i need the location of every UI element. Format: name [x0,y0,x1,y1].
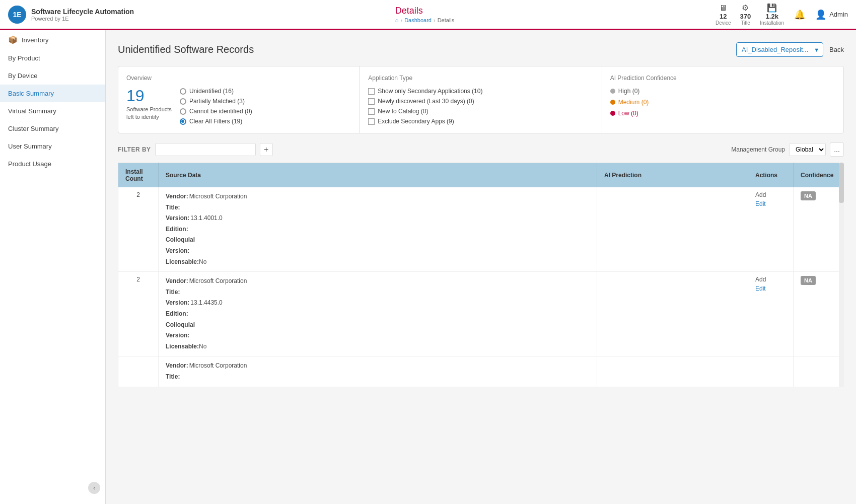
ai-prediction-1 [597,187,748,272]
header-left: 1E Software Lifecycle Automation Powered… [8,6,134,24]
table-row: 2 Vendor:Microsoft Corporation Title: Ve… [118,187,844,272]
actions-1: Add Edit [748,187,794,272]
install-icon: 💾 [767,3,777,13]
confidence-medium: Medium (0) [610,99,835,106]
th-actions: Actions [748,163,794,188]
confidence-high: High (0) [610,88,835,95]
checkbox-newly-discovered[interactable]: Newly discovered (Last 30 days) (0) [368,98,593,105]
scrollbar-track[interactable] [839,163,844,387]
sidebar-item-by-product[interactable]: By Product [0,49,105,67]
filter-partially-matched[interactable]: Partially Matched (3) [180,98,252,105]
th-install-count: Install Count [118,163,159,188]
sidebar-item-cluster-summary[interactable]: Cluster Summary [0,120,105,137]
ai-confidence-card: AI Prediction Confidence High (0) Medium… [602,66,843,133]
confidence-medium-label: Medium (0) [618,99,649,106]
filter-more-button[interactable]: ... [830,142,844,157]
checkbox-exclude-box [368,118,375,125]
checkbox-secondary-apps[interactable]: Show only Secondary Applications (10) [368,88,593,95]
layout: 📦 Inventory By Product By Device Basic S… [0,30,856,504]
checkbox-newly-box [368,98,375,105]
back-button[interactable]: Back [829,46,844,53]
overview-card-title: Overview [126,75,351,82]
app-title: Software Lifecycle Automation [31,8,134,16]
ai-prediction-3 [597,356,748,387]
stat-device-label: Device [716,20,731,26]
add-button-1[interactable]: Add [755,191,786,198]
app-title-block: Software Lifecycle Automation Powered by… [31,8,134,22]
filter-left: FILTER BY + [118,143,273,156]
sidebar-user-summary-label: User Summary [8,142,52,150]
stat-title-value: 370 [740,13,751,20]
filter-input[interactable] [155,143,256,156]
radio-circle-unidentified [180,88,186,95]
th-ai-prediction: AI Prediction [597,163,748,188]
filter-clear-all[interactable]: Clear All Filters (19) [180,118,252,125]
filter-unidentified[interactable]: Unidentified (16) [180,88,252,95]
page-section-title: Details [395,6,454,16]
sidebar-item-user-summary[interactable]: User Summary [0,137,105,155]
confidence-low: Low (0) [610,110,835,117]
dot-medium [610,100,615,105]
stat-device-value: 12 [720,13,727,20]
checkbox-catalog-box [368,108,375,115]
dot-high [610,89,615,94]
data-table: Install Count Source Data AI Prediction … [118,163,844,387]
mgmt-group-select[interactable]: Global [789,143,826,156]
sidebar-basic-summary-label: Basic Summary [8,90,54,97]
table-row: 2 Vendor:Microsoft Corporation Title: Ve… [118,272,844,356]
install-count-1: 2 [118,187,159,272]
confidence-1: NA [794,187,844,272]
install-count-3 [118,356,159,387]
edit-button-2[interactable]: Edit [755,285,786,292]
main-content: Unidentified Software Records AI_Disable… [106,30,856,504]
header-center: Details ⌂ › Dashboard › Details [395,6,454,23]
user-menu[interactable]: 👤 Admin [815,9,848,20]
add-button-2[interactable]: Add [755,276,786,283]
filter-cannot-identify[interactable]: Cannot be identified (0) [180,108,252,115]
breadcrumb-dashboard[interactable]: Dashboard [404,17,432,23]
sidebar-item-virtual-summary[interactable]: Virtual Summary [0,102,105,120]
scrollbar-thumb[interactable] [839,163,844,203]
th-confidence: Confidence [794,163,844,188]
actions-2: Add Edit [748,272,794,356]
filter-add-button[interactable]: + [260,143,273,156]
table-header-row: Install Count Source Data AI Prediction … [118,163,844,188]
monitor-icon: 🖥 [719,4,727,13]
breadcrumb-home-icon[interactable]: ⌂ [395,17,399,23]
gear-icon: ⚙ [742,3,749,13]
confidence-high-label: High (0) [618,88,640,95]
filter-right: Management Group Global ... [731,142,844,157]
radio-circle-partial [180,98,186,105]
ai-prediction-2 [597,272,748,356]
stat-installation: 💾 1.2k Installation [760,3,784,26]
th-source-data: Source Data [159,163,597,188]
scope-dropdown[interactable]: AI_Disabled_Reposit... [736,42,823,57]
overview-filter-list: Unidentified (16) Partially Matched (3) … [180,88,252,125]
confidence-low-label: Low (0) [618,110,638,117]
sidebar-collapse-button[interactable]: ‹ [88,482,100,494]
checkbox-exclude-secondary[interactable]: Exclude Secondary Apps (9) [368,118,593,125]
sidebar-item-basic-summary[interactable]: Basic Summary [0,85,105,102]
notification-bell-icon[interactable]: 🔔 [794,9,805,20]
source-data-1: Vendor:Microsoft Corporation Title: Vers… [159,187,597,272]
source-data-2: Vendor:Microsoft Corporation Title: Vers… [159,272,597,356]
sidebar-inventory-label: Inventory [22,36,48,44]
filter-row: FILTER BY + Management Group Global ... [118,142,844,157]
app-type-title: Application Type [368,75,593,82]
breadcrumb-sep2: › [434,17,436,23]
page-header: Unidentified Software Records AI_Disable… [118,42,844,57]
mgmt-group-label: Management Group [731,146,785,153]
overview-number-block: 19 Software Products left to identify [126,88,172,125]
app-type-card: Application Type Show only Secondary App… [360,66,602,133]
sidebar-item-by-device[interactable]: By Device [0,67,105,85]
ai-confidence-title: AI Prediction Confidence [610,75,835,82]
edit-button-1[interactable]: Edit [755,200,786,207]
page-title: Unidentified Software Records [118,44,254,55]
dot-low [610,111,615,116]
checkbox-new-to-catalog[interactable]: New to Catalog (0) [368,108,593,115]
confidence-2: NA [794,272,844,356]
sidebar-item-product-usage[interactable]: Product Usage [0,155,105,173]
app-logo: 1E [8,6,26,24]
sidebar-by-product-label: By Product [8,54,40,62]
sidebar-inventory-header[interactable]: 📦 Inventory [0,30,105,49]
